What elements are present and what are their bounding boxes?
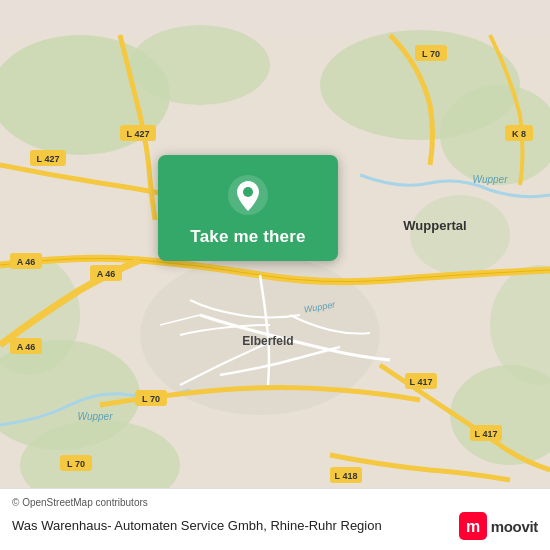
moovit-icon: m [459, 512, 487, 540]
bottom-content: Was Warenhaus- Automaten Service Gmbh, R… [12, 512, 538, 540]
svg-text:L 70: L 70 [67, 459, 85, 469]
take-me-there-button[interactable]: Take me there [190, 227, 305, 247]
svg-text:L 417: L 417 [410, 377, 433, 387]
svg-text:Elberfeld: Elberfeld [242, 334, 293, 348]
svg-text:L 427: L 427 [37, 154, 60, 164]
svg-text:Wupper: Wupper [77, 411, 113, 422]
svg-text:L 427: L 427 [127, 129, 150, 139]
svg-text:Wuppertal: Wuppertal [403, 218, 466, 233]
svg-text:K 8: K 8 [512, 129, 526, 139]
svg-text:L 70: L 70 [142, 394, 160, 404]
map-attribution: © OpenStreetMap contributors [12, 497, 538, 508]
svg-text:L 418: L 418 [335, 471, 358, 481]
svg-text:m: m [466, 518, 480, 535]
moovit-text: moovit [491, 518, 538, 535]
location-pin-icon [226, 173, 270, 217]
svg-text:A 46: A 46 [97, 269, 116, 279]
navigation-card[interactable]: Take me there [158, 155, 338, 261]
place-name: Was Warenhaus- Automaten Service Gmbh, R… [12, 518, 449, 535]
svg-text:L 70: L 70 [422, 49, 440, 59]
map-container: L 70 L 427 L 427 A 46 A 46 A 46 L 70 L 7… [0, 0, 550, 550]
svg-text:A 46: A 46 [17, 257, 36, 267]
svg-point-42 [243, 187, 253, 197]
svg-point-2 [130, 25, 270, 105]
svg-text:L 417: L 417 [475, 429, 498, 439]
svg-point-5 [410, 195, 510, 275]
map-svg: L 70 L 427 L 427 A 46 A 46 A 46 L 70 L 7… [0, 0, 550, 550]
bottom-bar: © OpenStreetMap contributors Was Warenha… [0, 488, 550, 550]
svg-text:A 46: A 46 [17, 342, 36, 352]
svg-text:Wupper: Wupper [472, 174, 508, 185]
moovit-logo: m moovit [459, 512, 538, 540]
